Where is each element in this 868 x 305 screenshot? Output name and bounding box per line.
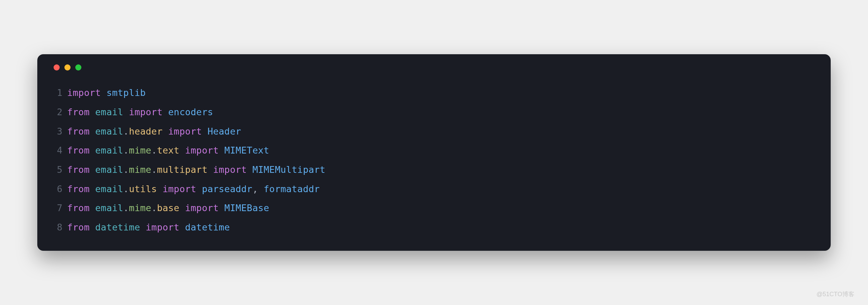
line-content: from email.utils import parseaddr, forma… [67, 180, 320, 199]
watermark-label: @51CTO博客 [816, 290, 854, 298]
code-token: utils [129, 184, 157, 194]
line-number: 5 [51, 160, 62, 180]
code-token [208, 164, 213, 175]
code-token [123, 107, 129, 117]
code-token: mime [129, 145, 151, 156]
code-token: header [129, 126, 162, 137]
line-number: 7 [51, 199, 62, 218]
line-number: 4 [51, 141, 62, 160]
code-line: 1import smtplib [51, 83, 817, 103]
line-number: 2 [51, 103, 62, 122]
code-card: 1import smtplib2from email import encode… [37, 54, 831, 251]
code-token: email [95, 145, 123, 156]
code-token [162, 107, 168, 117]
code-block: 1import smtplib2from email import encode… [51, 83, 817, 237]
code-token [101, 87, 106, 98]
code-line: 6from email.utils import parseaddr, form… [51, 180, 817, 199]
code-token: . [123, 203, 129, 213]
code-token [90, 145, 95, 156]
traffic-zoom-icon[interactable] [75, 64, 81, 70]
code-line: 8from datetime import datetime [51, 218, 817, 237]
code-token: import [129, 107, 162, 117]
code-token: import [146, 222, 179, 232]
code-token: from [67, 184, 90, 194]
code-token: from [67, 222, 90, 232]
code-token: from [67, 203, 90, 213]
code-token: multipart [157, 164, 208, 175]
code-token [247, 164, 253, 175]
code-token: , [252, 184, 258, 194]
code-token: . [151, 145, 157, 156]
code-token: email [95, 164, 123, 175]
code-token: formataddr [264, 184, 320, 194]
line-number: 8 [51, 218, 62, 237]
code-token: email [95, 126, 123, 137]
code-token [90, 222, 95, 232]
code-token [196, 184, 202, 194]
code-token [90, 203, 95, 213]
code-token: . [123, 184, 129, 194]
code-token [179, 222, 185, 232]
code-token [90, 184, 95, 194]
code-token: mime [129, 164, 151, 175]
code-token: encoders [168, 107, 213, 117]
line-number: 1 [51, 83, 62, 103]
code-token: . [123, 145, 129, 156]
code-token: import [185, 145, 219, 156]
code-token [90, 164, 95, 175]
code-token [219, 145, 224, 156]
code-token [258, 184, 264, 194]
code-line: 5from email.mime.multipart import MIMEMu… [51, 160, 817, 180]
code-token: import [185, 203, 219, 213]
code-token: import [168, 126, 202, 137]
code-token: . [151, 164, 157, 175]
stage: 1import smtplib2from email import encode… [0, 0, 868, 305]
line-number: 3 [51, 122, 62, 141]
traffic-close-icon[interactable] [54, 64, 60, 70]
code-token: from [67, 126, 90, 137]
code-token: from [67, 107, 90, 117]
line-number: 6 [51, 180, 62, 199]
code-token: . [151, 203, 157, 213]
code-token [179, 145, 185, 156]
code-line: 4from email.mime.text import MIMEText [51, 141, 817, 160]
code-token [90, 126, 95, 137]
code-token [202, 126, 208, 137]
code-token: MIMEBase [224, 203, 269, 213]
code-token: import [67, 87, 101, 98]
code-token: MIMEMultipart [252, 164, 325, 175]
code-line: 2from email import encoders [51, 103, 817, 122]
code-token: . [123, 126, 129, 137]
code-token: Header [208, 126, 241, 137]
code-token [90, 107, 95, 117]
line-content: from email.mime.text import MIMEText [67, 141, 269, 160]
code-token: email [95, 203, 123, 213]
code-token [140, 222, 146, 232]
line-content: from email.header import Header [67, 122, 241, 141]
code-token: MIMEText [224, 145, 269, 156]
code-token: import [213, 164, 247, 175]
code-token: parseaddr [202, 184, 252, 194]
code-token: mime [129, 203, 151, 213]
line-content: from email.mime.multipart import MIMEMul… [67, 160, 326, 180]
code-token: import [162, 184, 196, 194]
code-token [157, 184, 163, 194]
code-line: 3from email.header import Header [51, 122, 817, 141]
code-token: email [95, 184, 123, 194]
line-content: from datetime import datetime [67, 218, 230, 237]
window-traffic-lights [51, 64, 817, 70]
line-content: import smtplib [67, 83, 146, 103]
line-content: from email.mime.base import MIMEBase [67, 199, 269, 218]
code-token: smtplib [106, 87, 146, 98]
code-token: text [157, 145, 179, 156]
code-token: . [123, 164, 129, 175]
code-token [162, 126, 168, 137]
code-token [179, 203, 185, 213]
code-token: email [95, 107, 123, 117]
traffic-minimize-icon[interactable] [64, 64, 71, 70]
code-token: from [67, 145, 90, 156]
code-token: datetime [185, 222, 230, 232]
code-token [219, 203, 224, 213]
code-line: 7from email.mime.base import MIMEBase [51, 199, 817, 218]
code-token: datetime [95, 222, 140, 232]
